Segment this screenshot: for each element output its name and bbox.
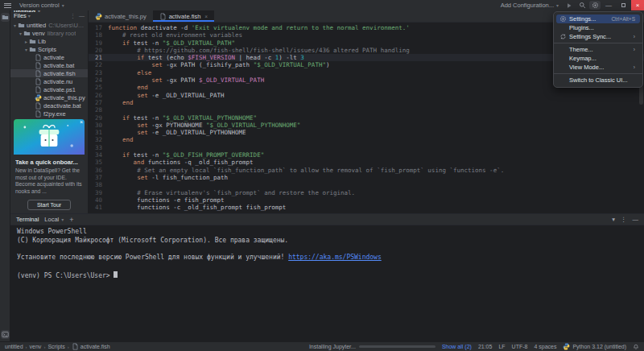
tree-item-activate-ps1[interactable]: activate.ps1 xyxy=(10,85,88,93)
maximize-button[interactable] xyxy=(617,0,630,10)
encoding-widget[interactable]: UTF-8 xyxy=(512,344,528,349)
code-line[interactable]: 26 set -e _OLD_VIRTUAL_PATH xyxy=(89,92,644,99)
run-configuration-selector[interactable]: Add Configuration... ▾ xyxy=(497,1,562,10)
tree-item-activate-fish[interactable]: activate.fish xyxy=(10,69,88,77)
line-number[interactable]: 34 xyxy=(89,151,108,159)
line-number[interactable]: 36 xyxy=(89,167,108,174)
terminal-tab-local[interactable]: Local ▾ xyxy=(44,216,64,223)
line-number[interactable]: 23 xyxy=(89,69,108,76)
menu-item-view-mode[interactable]: View Mode...› xyxy=(556,63,640,72)
hide-panel-icon[interactable]: — xyxy=(633,216,639,223)
more-icon[interactable]: ⋮ xyxy=(621,216,627,223)
tree-item-activate-bat[interactable]: activate.bat xyxy=(10,61,88,69)
menu-item-settings[interactable]: Settings...Ctrl+Alt+S xyxy=(556,14,640,23)
line-number[interactable]: 30 xyxy=(89,122,108,129)
line-number[interactable]: 19 xyxy=(89,39,108,47)
more-icon[interactable]: ⋮ xyxy=(70,13,76,19)
code-line[interactable]: 35 and functions -q _old_fish_prompt xyxy=(89,159,644,166)
line-number[interactable]: 18 xyxy=(89,31,108,39)
tree-item-venv[interactable]: ▾venvlibrary root xyxy=(10,29,88,37)
tab-activate-fish[interactable]: activate.fish× xyxy=(153,10,214,22)
line-number[interactable]: 21 xyxy=(89,54,108,61)
python-interpreter-widget[interactable]: Python 3.12 (untitled) xyxy=(563,343,626,350)
code-line[interactable]: 40 functions -e fish_prompt xyxy=(89,196,644,204)
caret-position-widget[interactable]: 21:05 xyxy=(478,344,493,349)
code-line[interactable]: 28 xyxy=(89,106,644,114)
start-tour-button[interactable]: Start Tour xyxy=(27,200,71,210)
line-number[interactable]: 29 xyxy=(89,114,108,122)
line-number[interactable]: 40 xyxy=(89,196,108,204)
line-number[interactable]: 35 xyxy=(89,159,108,166)
breadcrumb-venv[interactable]: venv xyxy=(30,344,42,349)
code-line[interactable]: 34 if test -n "$_OLD_FISH_PROMPT_OVERRID… xyxy=(89,151,644,159)
code-line[interactable]: 27 end xyxy=(89,99,644,106)
minimize-button[interactable]: — xyxy=(602,0,615,10)
line-number[interactable]: 33 xyxy=(89,144,108,151)
close-button[interactable]: × xyxy=(631,0,644,10)
line-number[interactable]: 31 xyxy=(89,129,108,136)
line-number[interactable]: 24 xyxy=(89,76,108,84)
terminal-link[interactable]: https://aka.ms/PSWindows xyxy=(288,254,382,261)
menu-item-keymap[interactable]: Keymap... xyxy=(556,54,640,63)
line-number[interactable]: 22 xyxy=(89,61,108,68)
tree-item-untitled[interactable]: ▾untitledC:\Users\User\Desk... xyxy=(10,21,88,29)
code-line[interactable]: 38 xyxy=(89,181,644,188)
line-number[interactable]: 41 xyxy=(89,204,108,211)
tree-item-lib[interactable]: ▸Lib xyxy=(10,37,88,45)
close-icon[interactable]: × xyxy=(80,119,83,125)
settings-gear-icon[interactable] xyxy=(589,1,601,10)
line-number[interactable]: 28 xyxy=(89,106,108,114)
chevron-down-icon[interactable]: ▾ xyxy=(612,216,615,223)
menu-item-switch-to-classic-ui[interactable]: Switch to Classic UI... xyxy=(556,76,640,85)
code-line[interactable]: 29 if test -n "$_OLD_VIRTUAL_PYTHONHOME" xyxy=(89,114,644,122)
line-number[interactable]: 32 xyxy=(89,136,108,143)
line-number[interactable]: 38 xyxy=(89,181,108,188)
show-all-processes-link[interactable]: Show all (2) xyxy=(442,344,472,349)
project-tool-icon[interactable] xyxy=(1,13,10,22)
line-number[interactable]: 27 xyxy=(89,99,108,106)
hide-panel-icon[interactable]: — xyxy=(79,13,85,19)
menu-item-plugins[interactable]: Plugins... xyxy=(556,23,640,32)
code-line[interactable]: 41 functions -c _old_fish_prompt fish_pr… xyxy=(89,204,644,211)
code-line[interactable]: 33 xyxy=(89,144,644,151)
code-line[interactable]: 30 set -gx PYTHONHOME "$_OLD_VIRTUAL_PYT… xyxy=(89,122,644,129)
chevron-down-icon[interactable]: ▾ xyxy=(12,23,18,28)
tree-item-f2py-exe[interactable]: f2py.exe xyxy=(10,109,88,118)
chevron-down-icon[interactable]: ▾ xyxy=(23,47,29,52)
main-menu-icon[interactable] xyxy=(4,3,11,8)
code-line[interactable]: 32 end xyxy=(89,136,644,143)
menu-item-theme[interactable]: Theme...› xyxy=(556,45,640,54)
notifications-bell-icon[interactable] xyxy=(633,344,639,350)
search-icon[interactable] xyxy=(576,1,588,10)
tree-item-scripts[interactable]: ▾Scripts xyxy=(10,45,88,53)
background-task-progress[interactable]: Installing Jupyter... xyxy=(309,344,436,349)
indent-widget[interactable]: 4 spaces xyxy=(534,344,556,349)
tree-item-activate-nu[interactable]: activate.nu xyxy=(10,77,88,85)
vcs-widget[interactable]: Version control ▾ xyxy=(16,1,68,10)
line-number[interactable]: 37 xyxy=(89,174,108,181)
code-line[interactable]: 39 # Erase virtualenv's `fish_prompt` an… xyxy=(89,189,644,196)
breadcrumb-untitled[interactable]: untitled xyxy=(5,344,23,349)
terminal-tool-icon[interactable] xyxy=(1,330,10,339)
menu-item-settings-sync[interactable]: Settings Sync...› xyxy=(556,32,640,41)
tab-activate-this-py[interactable]: activate_this.py xyxy=(89,10,153,22)
line-separator-widget[interactable]: LF xyxy=(498,344,505,349)
code-line[interactable]: 37 set -l fish_function_path xyxy=(89,174,644,181)
line-number[interactable]: 26 xyxy=(89,92,108,99)
new-terminal-icon[interactable]: + xyxy=(69,216,73,224)
line-number[interactable]: 39 xyxy=(89,189,108,196)
line-number[interactable]: 25 xyxy=(89,84,108,91)
breadcrumb-activate-fish[interactable]: activate.fish xyxy=(72,343,110,350)
line-number[interactable]: 20 xyxy=(89,47,108,54)
chevron-down-icon[interactable]: ▾ xyxy=(18,31,23,36)
tree-item-activate[interactable]: activate xyxy=(10,53,88,61)
tree-item-deactivate-bat[interactable]: deactivate.bat xyxy=(10,101,88,109)
line-number[interactable]: 17 xyxy=(89,24,108,31)
run-icon[interactable] xyxy=(564,1,575,10)
chevron-right-icon[interactable]: ▸ xyxy=(23,39,29,44)
project-widget[interactable]: untitled ▾ xyxy=(10,10,89,12)
code-line[interactable]: 31 set -e _OLD_VIRTUAL_PYTHONHOME xyxy=(89,129,644,136)
terminal-output[interactable]: Windows PowerShell(C) Корпорация Майкрос… xyxy=(10,225,644,341)
close-tab-icon[interactable]: × xyxy=(204,14,208,19)
code-line[interactable]: 36 # Set an empty local `fish_function_p… xyxy=(89,167,644,174)
